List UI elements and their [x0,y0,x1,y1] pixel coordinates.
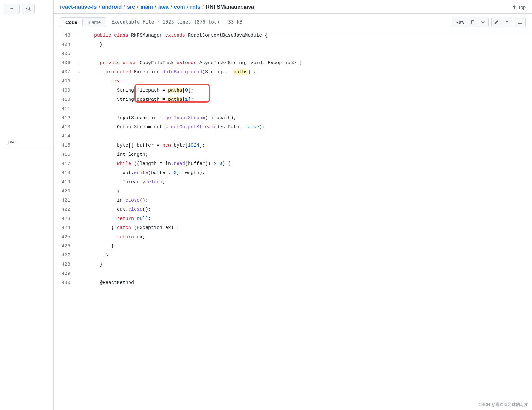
line-number: 43 [54,31,75,40]
list-icon [518,20,523,25]
line-content: public class RNFSManager extends ReactCo… [83,31,532,40]
chevron-down-icon [505,20,510,25]
line-content [83,104,532,113]
breadcrumb-link[interactable]: java [158,4,169,10]
breadcrumb-sep: / [187,4,189,10]
code-line[interactable]: 426 } [54,242,532,251]
code-line[interactable]: 427 } [54,251,532,260]
chevron-down-icon [77,70,81,74]
fold-gutter[interactable] [75,58,83,68]
code-line[interactable]: 419 Thread.yield(); [54,178,532,187]
fold-gutter [75,178,83,187]
tab-code[interactable]: Code [60,17,83,27]
tab-blame[interactable]: Blame [82,18,106,27]
fold-gutter [75,113,83,123]
fold-gutter [75,214,83,223]
code-line[interactable]: 412 InputStream in = getInputStream(file… [54,113,532,123]
breadcrumb-link[interactable]: src [127,4,135,10]
breadcrumb-link[interactable]: com [174,4,185,10]
breadcrumb-sep: / [99,4,100,10]
line-number: 408 [54,77,75,86]
fold-gutter [75,123,83,132]
line-content: return ex; [83,232,532,242]
code-line[interactable]: 430 @ReactMethod [54,278,532,287]
line-number: 418 [54,168,75,178]
line-number: 412 [54,113,75,123]
code-line[interactable]: 408 try { [54,77,532,86]
go-to-top-button[interactable]: Top [512,4,526,10]
code-viewer[interactable]: 43 public class RNFSManager extends Reac… [54,31,532,410]
code-line[interactable]: 415 byte[] buffer = new byte[1024]; [54,141,532,150]
line-number: 407 [54,68,75,77]
code-line[interactable]: 407 protected Exception doInBackground(S… [54,68,532,77]
line-number: 428 [54,260,75,269]
raw-button[interactable]: Raw [452,17,468,27]
code-line[interactable]: 422 out.close(); [54,205,532,214]
code-line[interactable]: 421 in.close(); [54,196,532,205]
line-content: } catch (Exception ex) { [83,223,532,232]
code-line[interactable]: 423 return null; [54,214,532,223]
breadcrumb-current: RNFSManager.java [206,4,254,10]
copy-button[interactable] [468,17,478,27]
code-line[interactable]: 43 public class RNFSManager extends Reac… [54,31,532,40]
code-line[interactable]: 416 int length; [54,150,532,159]
breadcrumb-link[interactable]: android [102,4,122,10]
download-button[interactable] [478,17,488,27]
view-tabs: Code Blame [60,17,106,27]
line-content: try { [83,77,532,86]
breadcrumb-link[interactable]: main [140,4,153,10]
breadcrumb-root[interactable]: react-native-fs [60,4,97,10]
edit-dropdown[interactable] [502,17,512,27]
branch-dropdown[interactable] [4,4,20,14]
symbols-button[interactable] [515,17,525,27]
fold-gutter [75,260,83,269]
code-line[interactable]: 428 } [54,260,532,269]
code-line[interactable]: 405 [54,49,532,58]
divider [4,149,50,149]
fold-gutter [75,232,83,242]
code-line[interactable]: 406 private class CopyFileTask extends A… [54,58,532,68]
line-number: 426 [54,242,75,251]
fold-gutter [75,132,83,141]
copy-icon [470,20,475,25]
line-number: 414 [54,132,75,141]
code-line[interactable]: 425 return ex; [54,232,532,242]
line-content: @ReactMethod [83,278,532,287]
edit-button[interactable] [492,17,502,27]
fold-gutter [75,242,83,251]
breadcrumb-link[interactable]: rnfs [190,4,200,10]
pencil-icon [494,20,499,25]
line-number: 421 [54,196,75,205]
code-line[interactable]: 409 String filepath = paths[0]; [54,86,532,95]
header-bar: react-native-fs / android / src / main /… [54,0,532,14]
file-tree-item[interactable]: .java [4,137,50,146]
line-content: byte[] buffer = new byte[1024]; [83,141,532,150]
code-line[interactable]: 429 [54,269,532,278]
line-content [83,132,532,141]
line-content: OutputStream out = getOutputStream(destP… [83,123,532,132]
line-number: 416 [54,150,75,159]
line-content: while ((length = in.read(buffer)) > 0) { [83,159,532,168]
line-number: 425 [54,232,75,242]
line-number: 429 [54,269,75,278]
fold-gutter[interactable] [75,68,83,77]
code-line[interactable]: 417 while ((length = in.read(buffer)) > … [54,159,532,168]
code-line[interactable]: 410 String destPath = paths[1]; [54,95,532,104]
breadcrumb: react-native-fs / android / src / main /… [60,4,254,10]
line-number: 420 [54,187,75,196]
code-line[interactable]: 420 } [54,187,532,196]
code-line[interactable]: 418 out.write(buffer, 0, length); [54,168,532,178]
line-content: String destPath = paths[1]; [83,95,532,104]
breadcrumb-sep: / [202,4,204,10]
code-line[interactable]: 404 } [54,40,532,49]
line-number: 404 [54,40,75,49]
line-number: 427 [54,251,75,260]
code-line[interactable]: 424 } catch (Exception ex) { [54,223,532,232]
search-files-button[interactable] [22,4,35,14]
line-content: in.close(); [83,196,532,205]
code-line[interactable]: 413 OutputStream out = getOutputStream(d… [54,123,532,132]
divider [4,18,50,18]
code-line[interactable]: 411 [54,104,532,113]
fold-gutter [75,104,83,113]
code-line[interactable]: 414 [54,132,532,141]
